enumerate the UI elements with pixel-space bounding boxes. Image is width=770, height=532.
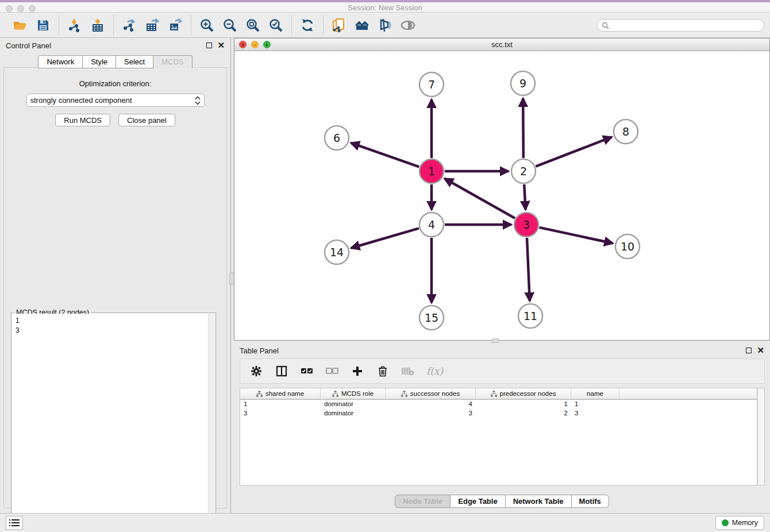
graph-edge[interactable] (539, 228, 613, 244)
result-scrollbar[interactable] (208, 314, 215, 531)
table-cell[interactable]: 2 (476, 409, 571, 418)
run-mcds-button[interactable]: Run MCDS (55, 114, 110, 126)
table-toolbar: f(x) (240, 358, 765, 384)
graph-node-label: 4 (428, 218, 435, 231)
table-cell[interactable]: dominator (321, 400, 386, 409)
column-header-shared-name[interactable]: shared name (240, 388, 321, 399)
graph-edge[interactable] (524, 184, 525, 210)
graph-edge[interactable] (536, 137, 611, 166)
add-row-icon[interactable] (351, 364, 364, 378)
deselect-all-icon[interactable] (325, 364, 339, 378)
table-cell[interactable]: 1 (571, 400, 619, 409)
table-cell[interactable]: 3 (571, 409, 619, 418)
delete-row-icon[interactable] (376, 364, 390, 378)
tab-mcds[interactable]: MCDS (153, 55, 192, 68)
tab-select[interactable]: Select (116, 55, 153, 68)
open-session-icon[interactable] (10, 16, 30, 35)
table-header-row: shared name MCDS role successor nodes pr… (240, 388, 757, 400)
close-panel-icon[interactable]: ✕ (217, 43, 225, 48)
import-table-icon[interactable] (88, 16, 107, 35)
memory-label: Memory (732, 519, 758, 527)
mcds-result-textarea[interactable]: 1 3 (12, 314, 208, 531)
table-body: 1dominator4113dominator323 (240, 400, 757, 418)
tab-style[interactable]: Style (83, 55, 116, 68)
new-network-from-selection-icon[interactable] (329, 16, 349, 35)
graph-node-label: 10 (621, 240, 634, 253)
tab-edge-table[interactable]: Edge Table (451, 495, 505, 508)
network-view-window: × − + scc.txt 7968124314101511 (234, 38, 770, 341)
graph-node-label: 8 (622, 125, 629, 138)
delete-table-icon (401, 364, 415, 378)
graph-edge[interactable] (445, 179, 515, 218)
result-line: 1 (16, 316, 205, 326)
tab-network-table[interactable]: Network Table (506, 495, 572, 508)
control-panel-tabs: Network Style Select MCDS (0, 55, 230, 68)
zoom-in-icon[interactable] (197, 16, 217, 35)
search-input[interactable] (612, 21, 759, 29)
float-table-panel-icon[interactable] (746, 348, 752, 353)
hide-details-icon[interactable] (398, 16, 418, 35)
settings-icon[interactable] (249, 364, 263, 378)
column-header-mcds-role[interactable]: MCDS role (321, 388, 386, 399)
zoom-out-icon[interactable] (220, 16, 240, 35)
graph-edge[interactable] (351, 228, 419, 248)
memory-button[interactable]: Memory (715, 516, 764, 530)
search-field (596, 19, 764, 32)
list-icon (9, 519, 20, 527)
table-row[interactable]: 1dominator411 (240, 400, 757, 409)
graph-edge[interactable] (527, 238, 530, 301)
column-header-successor-nodes[interactable]: successor nodes (386, 388, 476, 399)
chevron-up-down-icon (195, 96, 201, 105)
table-cell[interactable]: 1 (240, 400, 321, 409)
table-cell[interactable]: 3 (386, 409, 476, 418)
graph-node-label: 11 (523, 310, 537, 322)
graph-node-label: 9 (519, 77, 526, 90)
table-cell[interactable]: 3 (240, 409, 321, 418)
tab-network[interactable]: Network (38, 55, 83, 68)
columns-icon[interactable] (275, 364, 288, 378)
main-toolbar (0, 13, 770, 38)
select-all-icon[interactable] (300, 364, 314, 378)
annotation-icon[interactable] (375, 16, 395, 35)
column-header-predecessor-nodes[interactable]: predecessor nodes (476, 388, 571, 399)
export-table-icon[interactable] (143, 16, 162, 35)
graph-edge[interactable] (351, 143, 419, 167)
import-network-icon[interactable] (65, 16, 84, 35)
column-header-name[interactable]: name (571, 388, 619, 399)
first-neighbors-icon[interactable] (352, 16, 372, 35)
table-cell[interactable]: 4 (386, 400, 476, 409)
export-image-icon[interactable] (165, 16, 185, 35)
network-graph[interactable]: 7968124314101511 (234, 51, 769, 340)
criterion-value: strongly connected component (30, 96, 195, 105)
table-row[interactable]: 3dominator323 (240, 409, 757, 418)
criterion-dropdown[interactable]: strongly connected component (26, 94, 205, 107)
titlebar: Session: New Session (0, 0, 770, 13)
horizontal-divider-grip[interactable] (491, 338, 499, 343)
export-network-icon[interactable] (120, 16, 139, 35)
table-scrollbar[interactable] (757, 388, 765, 485)
tab-motifs[interactable]: Motifs (572, 495, 609, 508)
graph-edge[interactable] (523, 98, 523, 158)
function-builder-icon: f(x) (426, 365, 443, 377)
task-history-button[interactable] (6, 516, 23, 530)
table-tabs: Node Table Edge Table Network Table Moti… (234, 495, 770, 508)
tab-node-table[interactable]: Node Table (395, 495, 451, 508)
network-window-titlebar[interactable]: × − + scc.txt (234, 38, 769, 51)
apply-layout-icon[interactable] (298, 16, 317, 35)
table-cell[interactable]: 1 (476, 400, 571, 409)
graph-node-label: 15 (425, 311, 438, 324)
graph-node-label: 2 (520, 165, 527, 178)
table-panel: Table Panel ✕ (234, 343, 770, 513)
node-table: shared name MCDS role successor nodes pr… (240, 388, 757, 485)
zoom-fit-icon[interactable] (243, 16, 263, 35)
zoom-selected-icon[interactable] (266, 16, 286, 35)
close-panel-button[interactable]: Close panel (118, 114, 175, 126)
attribute-icon (332, 391, 338, 397)
save-session-icon[interactable] (33, 16, 53, 35)
attribute-icon (256, 391, 263, 397)
float-panel-icon[interactable] (206, 43, 212, 48)
network-canvas[interactable]: 7968124314101511 (234, 51, 769, 340)
table-cell[interactable]: dominator (321, 409, 386, 418)
result-line: 3 (16, 326, 205, 336)
close-table-panel-icon[interactable]: ✕ (757, 348, 764, 353)
